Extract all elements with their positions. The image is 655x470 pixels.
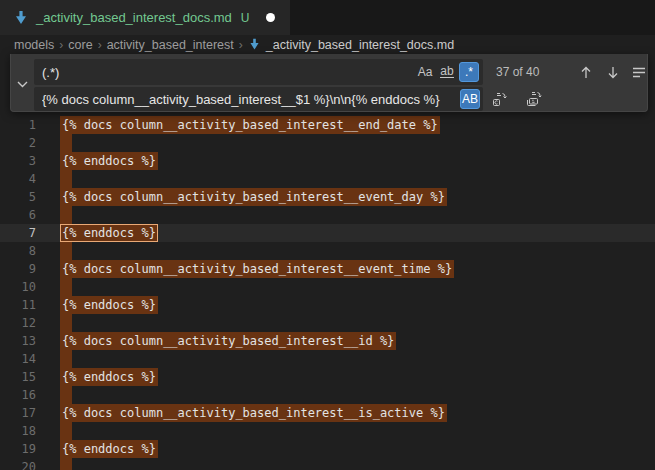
line-number[interactable]: 15 <box>0 368 36 386</box>
line-content: {% docs column__activity_based_interest_… <box>62 116 438 134</box>
current-find-match: {% enddocs %} <box>60 224 158 242</box>
line-number[interactable]: 9 <box>0 260 36 278</box>
unsaved-changes-dot[interactable] <box>266 13 275 22</box>
code-editor[interactable]: 1 {% docs column__activity_based_interes… <box>0 54 655 470</box>
code-line[interactable]: 4 <box>0 170 655 188</box>
code-line[interactable]: 10 <box>0 278 655 296</box>
next-match-button[interactable] <box>602 61 624 83</box>
find-match-highlight-empty-line <box>60 314 72 332</box>
line-number[interactable]: 1 <box>0 116 36 134</box>
replace-all-button[interactable] <box>523 88 545 110</box>
breadcrumb: models›core›activity_based_interest›_act… <box>0 35 655 54</box>
code-line[interactable]: 8 <box>0 242 655 260</box>
toggle-replace-chevron-icon[interactable] <box>13 75 31 93</box>
find-match-highlight-empty-line <box>60 422 72 440</box>
find-match-highlight: {% enddocs %} <box>60 440 158 458</box>
dbt-file-icon <box>13 10 29 26</box>
code-line[interactable]: 6 <box>0 206 655 224</box>
code-line[interactable]: 5 {% docs column__activity_based_interes… <box>0 188 655 206</box>
breadcrumb-separator: › <box>239 38 243 52</box>
find-match-highlight: {% enddocs %} <box>60 296 158 314</box>
regex-toggle[interactable]: .* <box>459 62 479 82</box>
breadcrumb-folder[interactable]: models <box>14 38 54 52</box>
code-line[interactable]: 9 {% docs column__activity_based_interes… <box>0 260 655 278</box>
line-content: {% docs column__activity_based_interest_… <box>62 188 445 206</box>
find-options: Aa ab .* <box>415 62 479 82</box>
find-match-highlight: {% docs column__activity_based_interest_… <box>60 332 396 350</box>
match-count: 37 of 40 <box>496 59 539 85</box>
find-match-highlight-empty-line <box>60 386 72 404</box>
breadcrumb-separator: › <box>98 38 102 52</box>
breadcrumb-file[interactable]: _activity_based_interest_docs.md <box>248 38 454 52</box>
line-number[interactable]: 12 <box>0 314 36 332</box>
code-line[interactable]: 11 {% enddocs %} <box>0 296 655 314</box>
line-number[interactable]: 10 <box>0 278 36 296</box>
line-number[interactable]: 7 <box>0 224 36 242</box>
preserve-case-toggle[interactable]: AB <box>460 89 480 109</box>
breadcrumb-filename: _activity_based_interest_docs.md <box>266 38 454 52</box>
line-content: {% enddocs %} <box>62 368 156 386</box>
previous-match-button[interactable] <box>575 61 597 83</box>
whole-word-toggle[interactable]: ab <box>437 62 457 82</box>
breadcrumb-folder[interactable]: activity_based_interest <box>107 38 234 52</box>
line-number[interactable]: 8 <box>0 242 36 260</box>
code-line[interactable]: 18 <box>0 422 655 440</box>
tab-active-file[interactable]: _activity_based_interest_docs.md U <box>0 0 290 35</box>
match-case-toggle[interactable]: Aa <box>415 62 435 82</box>
code-line[interactable]: 17 {% docs column__activity_based_intere… <box>0 404 655 422</box>
breadcrumb-separator: › <box>59 38 63 52</box>
line-number[interactable]: 16 <box>0 386 36 404</box>
line-number[interactable]: 17 <box>0 404 36 422</box>
find-match-highlight-empty-line <box>60 242 72 260</box>
code-line[interactable]: 15 {% enddocs %} <box>0 368 655 386</box>
code-line[interactable]: 12 <box>0 314 655 332</box>
dbt-file-icon <box>248 38 261 51</box>
line-number[interactable]: 11 <box>0 296 36 314</box>
line-number[interactable]: 4 <box>0 170 36 188</box>
line-content: {% enddocs %} <box>62 440 156 458</box>
find-row: Aa ab .* 37 of 40 <box>34 59 646 85</box>
find-match-highlight-empty-line <box>60 278 72 296</box>
code-line[interactable]: 3 {% enddocs %} <box>0 152 655 170</box>
replace-row: AB <box>34 87 646 112</box>
code-line[interactable]: 20 <box>0 458 655 470</box>
line-content: {% enddocs %} <box>62 224 156 242</box>
line-number[interactable]: 20 <box>0 458 36 470</box>
vscode-window: _activity_based_interest_docs.md U model… <box>0 0 655 470</box>
code-line[interactable]: 19 {% enddocs %} <box>0 440 655 458</box>
code-line[interactable]: 2 <box>0 134 655 152</box>
find-match-highlight: {% docs column__activity_based_interest_… <box>60 188 447 206</box>
replace-button[interactable] <box>489 88 511 110</box>
line-content: {% enddocs %} <box>62 152 156 170</box>
line-number[interactable]: 6 <box>0 206 36 224</box>
line-number[interactable]: 3 <box>0 152 36 170</box>
find-in-selection-button[interactable] <box>628 61 650 83</box>
line-content: {% enddocs %} <box>62 296 156 314</box>
find-match-highlight-empty-line <box>60 170 72 188</box>
line-content: {% docs column__activity_based_interest_… <box>62 332 394 350</box>
line-number[interactable]: 5 <box>0 188 36 206</box>
find-match-highlight: {% enddocs %} <box>60 368 158 386</box>
code-line[interactable]: 7 {% enddocs %} <box>0 224 655 242</box>
find-match-highlight: {% enddocs %} <box>60 152 158 170</box>
replace-input[interactable] <box>34 87 483 111</box>
find-match-highlight-empty-line <box>60 134 72 152</box>
code-line[interactable]: 1 {% docs column__activity_based_interes… <box>0 116 655 134</box>
line-number[interactable]: 19 <box>0 440 36 458</box>
code-line[interactable]: 14 <box>0 350 655 368</box>
git-status-badge: U <box>241 11 250 25</box>
find-match-highlight: {% docs column__activity_based_interest_… <box>60 116 440 134</box>
line-content: {% docs column__activity_based_interest_… <box>62 404 445 422</box>
line-number[interactable]: 18 <box>0 422 36 440</box>
breadcrumb-folder[interactable]: core <box>68 38 92 52</box>
line-number[interactable]: 13 <box>0 332 36 350</box>
code-line[interactable]: 16 <box>0 386 655 404</box>
find-match-highlight: {% docs column__activity_based_interest_… <box>60 260 454 278</box>
editor-tab-bar: _activity_based_interest_docs.md U <box>0 0 655 35</box>
find-replace-widget: Aa ab .* 37 of 40 <box>10 54 648 112</box>
line-number[interactable]: 2 <box>0 134 36 152</box>
code-line[interactable]: 13 {% docs column__activity_based_intere… <box>0 332 655 350</box>
find-match-highlight-empty-line <box>60 458 72 470</box>
line-number[interactable]: 14 <box>0 350 36 368</box>
find-match-highlight: {% docs column__activity_based_interest_… <box>60 404 447 422</box>
